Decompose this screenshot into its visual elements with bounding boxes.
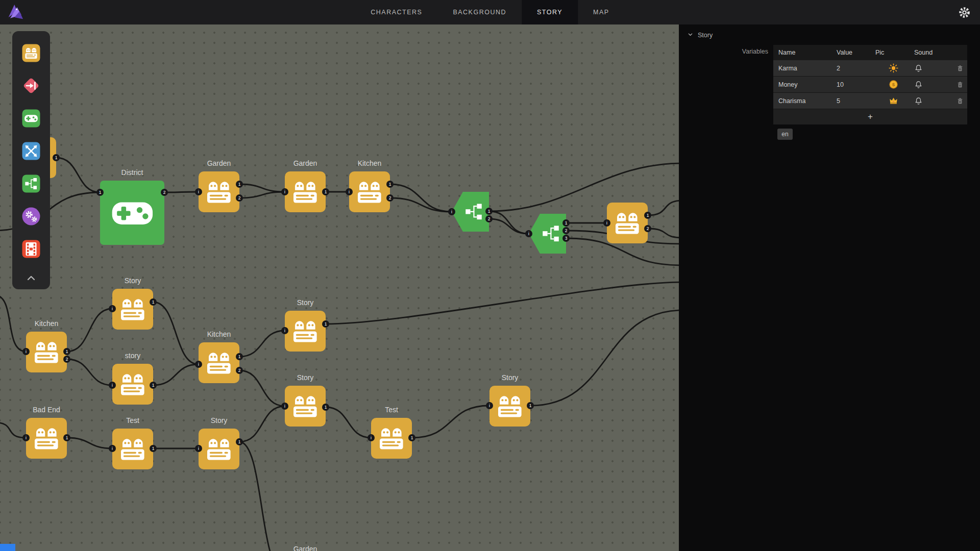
flowchart-node-icon[interactable] — [20, 173, 42, 194]
port-2[interactable]: 2 — [386, 194, 394, 202]
port-1[interactable]: 1 — [236, 181, 243, 188]
port-i[interactable]: i — [448, 208, 455, 215]
node-story-1[interactable]: Storyi1 — [112, 289, 153, 330]
node-test-left[interactable]: Testi1 — [112, 429, 153, 469]
scroll-corner[interactable] — [0, 544, 15, 551]
top-bar: CHARACTERS BACKGROUND STORY MAP — [0, 0, 980, 24]
scene-node-icon — [112, 289, 153, 330]
port-1[interactable]: 1 — [562, 219, 570, 227]
delete-variable-icon[interactable] — [950, 97, 967, 105]
node-kitchen-center[interactable]: Kitcheni12 — [199, 342, 239, 383]
settings-node-icon[interactable] — [20, 206, 42, 227]
app-logo-icon[interactable] — [5, 2, 26, 22]
node-kitchen-left[interactable]: Kitcheni12 — [26, 332, 67, 372]
delete-variable-icon[interactable] — [950, 81, 967, 89]
panel-title: Story — [698, 32, 713, 39]
tab-background[interactable]: BACKGROUND — [437, 0, 522, 24]
port-i[interactable]: i — [281, 188, 288, 195]
port-i[interactable]: i — [603, 219, 610, 227]
move-node-icon[interactable] — [20, 140, 42, 162]
toolbar-tools — [20, 42, 42, 271]
node-bad-end[interactable]: Bad Endi1 — [26, 418, 67, 459]
bell-icon[interactable] — [912, 80, 950, 89]
sun-icon[interactable] — [873, 63, 912, 73]
node-kitchen-top[interactable]: Kitcheni12 — [349, 171, 390, 212]
edge-1 — [164, 192, 199, 192]
port-1[interactable]: 1 — [150, 382, 157, 389]
variable-value[interactable]: 2 — [834, 65, 873, 72]
variable-name[interactable]: Karma — [773, 65, 834, 72]
node-district[interactable]: District12 — [100, 181, 164, 245]
port-1[interactable]: 1 — [236, 438, 243, 445]
node-label: Test — [126, 416, 139, 424]
port-i[interactable]: i — [346, 188, 353, 195]
panel-section-header[interactable]: Story — [688, 32, 713, 39]
node-flow-2[interactable]: i123 — [529, 214, 566, 254]
node-story-bottom[interactable]: Storyi1 — [199, 429, 239, 469]
node-garden-1[interactable]: Gardeni12 — [199, 171, 239, 212]
edge-0 — [56, 158, 100, 192]
port-1[interactable]: 1 — [386, 181, 394, 188]
port-1[interactable]: 1 — [53, 154, 60, 161]
tab-characters[interactable]: CHARACTERS — [355, 0, 437, 24]
port-i[interactable]: i — [281, 403, 288, 410]
add-variable-button[interactable]: + — [773, 109, 967, 124]
node-label: Story — [125, 277, 141, 285]
crown-icon[interactable] — [873, 96, 912, 106]
tab-map[interactable]: MAP — [578, 0, 625, 24]
col-value: Value — [834, 49, 873, 56]
port-2[interactable]: 2 — [562, 227, 570, 234]
game-node-icon[interactable] — [20, 108, 42, 129]
node-scene-right[interactable]: i12 — [607, 203, 648, 243]
settings-gear-icon[interactable] — [958, 6, 971, 19]
language-button[interactable]: en — [777, 129, 793, 140]
port-1[interactable]: 1 — [644, 212, 651, 219]
node-test-center[interactable]: Testi1 — [371, 418, 412, 459]
exit-node-icon[interactable] — [20, 75, 42, 96]
coin-icon[interactable]: $ — [873, 80, 912, 89]
variable-value[interactable]: 10 — [834, 81, 873, 88]
port-2[interactable]: 2 — [236, 194, 243, 202]
port-i[interactable]: i — [109, 382, 116, 389]
node-story-center-bottom[interactable]: Storyi1 — [285, 386, 326, 427]
edge-7 — [489, 211, 529, 234]
node-label: District — [121, 168, 143, 177]
port-3[interactable]: 3 — [562, 235, 570, 242]
node-flow-1[interactable]: i12 — [452, 192, 489, 232]
tab-story[interactable]: STORY — [522, 0, 578, 24]
edge-6 — [390, 198, 452, 212]
bell-icon[interactable] — [912, 96, 950, 105]
port-1[interactable]: 1 — [322, 320, 329, 328]
variables-table-header: Name Value Pic Sound — [773, 45, 967, 60]
edge-2 — [239, 184, 285, 192]
port-1[interactable]: 1 — [322, 188, 329, 195]
variable-row-charisma[interactable]: Charisma5 — [773, 93, 967, 109]
node-label: Bad End — [33, 406, 60, 414]
variable-value[interactable]: 5 — [834, 97, 873, 105]
port-1[interactable]: 1 — [322, 404, 329, 411]
port-2[interactable]: 2 — [161, 189, 168, 196]
port-i[interactable]: i — [525, 230, 532, 237]
story-graph-canvas[interactable]: 1 District12 Gardeni12 Gardeni1 Kitcheni… — [0, 24, 679, 551]
variable-row-money[interactable]: Money10 $ — [773, 77, 967, 93]
port-1[interactable]: 1 — [236, 353, 243, 360]
story-panel: Story Variables Name Value Pic Sound Kar… — [679, 24, 980, 551]
video-node-icon[interactable] — [20, 238, 42, 260]
node-story-lower[interactable]: storyi1 — [112, 364, 153, 405]
chevron-up-icon[interactable] — [25, 272, 37, 282]
variable-name[interactable]: Money — [773, 81, 834, 88]
variable-name[interactable]: Charisma — [773, 97, 834, 105]
edge-9 — [489, 163, 679, 211]
node-story-right[interactable]: Storyi1 — [489, 386, 530, 427]
port-i[interactable]: i — [195, 188, 202, 195]
scene-node-icon — [112, 429, 153, 469]
port-2[interactable]: 2 — [485, 215, 493, 222]
scene-node-icon — [112, 364, 153, 405]
variable-row-karma[interactable]: Karma2 — [773, 60, 967, 77]
node-garden-2[interactable]: Gardeni1 — [285, 171, 326, 212]
bell-icon[interactable] — [912, 64, 950, 72]
port-1[interactable]: 1 — [96, 189, 104, 196]
delete-variable-icon[interactable] — [950, 64, 967, 72]
scene-node-icon[interactable] — [20, 42, 42, 64]
node-story-center-top[interactable]: Storyi1 — [285, 311, 326, 352]
